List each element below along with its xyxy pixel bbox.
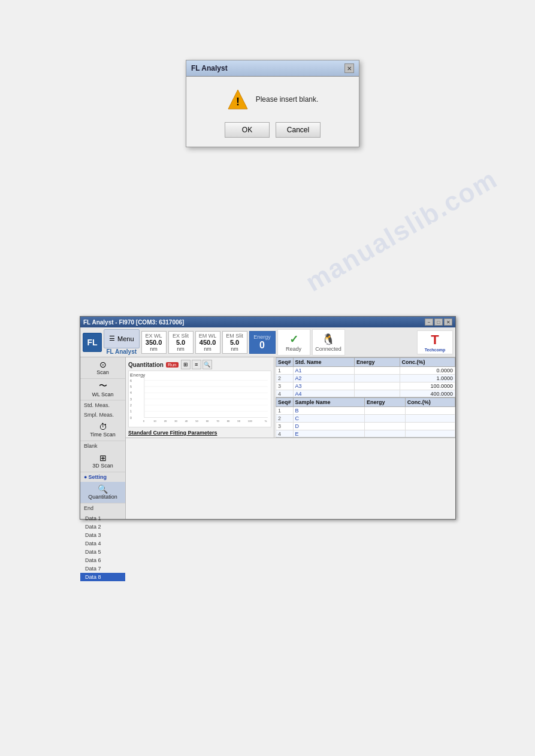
sidebar-item-blank[interactable]: Blank [80,441,125,451]
ready-label: Ready [286,346,301,352]
sidebar-item-quantitation[interactable]: 🔍 Quantitation [80,482,125,503]
panel-tool-zoom[interactable]: 🔍 [202,360,212,369]
name-cell: A2 [293,375,355,382]
seq-cell: 1 [276,367,294,375]
std-params: Standard Curve Fitting Parameters A1: A0… [128,430,271,438]
minimize-button[interactable]: − [425,318,433,326]
smp-col-seq: Seq# [276,398,294,407]
name-cell: A1 [293,367,355,375]
svg-text:1: 1 [130,409,132,413]
em-wl-group: EM WL 450.0 nm [195,331,220,354]
svg-text:3: 3 [130,397,132,401]
conc-cell: 100.0000 [400,382,455,390]
table-row[interactable]: 2 C [276,415,455,423]
panel-tool-table[interactable]: ≡ [192,360,201,369]
app-window: FL Analyst - FI970 [COM3: 6317006] − □ ✕… [80,316,456,520]
3d-scan-icon: ⊞ [99,453,107,463]
data-item-2[interactable]: Data 2 [80,523,125,531]
data-item-7[interactable]: Data 7 [80,564,125,573]
energy-cell [355,375,400,382]
conc-cell: 0.0000 [400,367,455,375]
logo-button[interactable]: FL [83,333,102,352]
dialog-ok-button[interactable]: OK [225,122,270,138]
right-panel: Seq# Std. Name Energy Conc.(%) 1 A1 0.00… [276,357,455,438]
blank-label: Blank [84,443,98,449]
energy-cell [355,390,400,398]
panel-tool-grid[interactable]: ⊞ [181,360,191,369]
table-row[interactable]: 2 A2 1.0000 [276,375,455,382]
em-wl-label: EM WL [199,333,217,339]
data-item-5[interactable]: Data 5 [80,548,125,556]
sidebar: ⊙ Scan 〜 WL Scan Std. Meas. Smpl. Meas. … [80,357,126,519]
ex-wl-unit: nm [150,346,158,352]
ex-wl-label: EX WL [146,333,162,339]
connected-button[interactable]: 🐧 Connected [312,329,345,356]
energy-cell [364,415,405,423]
seq-cell: 4 [276,430,294,438]
energy-value: 0 [259,340,265,351]
data-item-3[interactable]: Data 3 [80,531,125,539]
ex-slit-group: EX Slit 5.0 nm [168,331,194,354]
close-button[interactable]: ✕ [444,318,452,326]
menu-button[interactable]: ☰ Menu [104,329,140,348]
wl-scan-label: WL Scan [92,392,113,398]
menu-icon: ☰ [109,335,115,342]
chart-svg: 0 1 2 3 4 5 6 7 0 10 20 30 [129,371,271,427]
data-item-6[interactable]: Data 6 [80,556,125,564]
smp-col-energy: Energy [364,398,405,407]
conc-cell: 1.0000 [400,375,455,382]
dialog-cancel-button[interactable]: Cancel [276,122,321,138]
table-row[interactable]: 4 A4 400.0000 [276,390,455,398]
app-titlebar: FL Analyst - FI970 [COM3: 6317006] − □ ✕ [80,317,455,327]
seq-cell: 1 [276,407,294,415]
std-params-title: Standard Curve Fitting Parameters [128,430,271,436]
dialog-content-row: ! Please insert blank. [227,89,319,110]
energy-cell [364,423,405,430]
sidebar-item-setting[interactable]: ● Setting [80,472,125,482]
ready-button[interactable]: ✓ Ready [277,329,310,356]
energy-cell [364,407,405,415]
quantitation-icon: 🔍 [98,484,108,494]
chart-y-label: Energy [130,372,145,378]
ex-slit-value: 5.0 [176,339,185,346]
table-row[interactable]: 3 A3 100.0000 [276,382,455,390]
app-window-controls: − □ ✕ [425,318,452,326]
sidebar-item-time-scan[interactable]: ⏱ Time Scan [80,420,125,441]
table-row[interactable]: 1 B [276,407,455,415]
ex-wl-group: EX WL 350.0 nm [141,331,167,354]
conc-cell [405,407,455,415]
sidebar-item-3d-scan[interactable]: ⊞ 3D Scan [80,451,125,472]
table-row[interactable]: 3 D [276,423,455,430]
std-table-container: Seq# Std. Name Energy Conc.(%) 1 A1 0.00… [276,357,455,397]
data-item-1[interactable]: Data 1 [80,514,125,523]
dialog-titlebar: FL Analyst ✕ [186,60,359,77]
svg-text:70: 70 [216,420,219,423]
scan-label: Scan [96,370,109,376]
table-row[interactable]: 4 E [276,430,455,438]
data-item-8[interactable]: Data 8 [80,573,125,581]
conc-cell [405,415,455,423]
std-table: Seq# Std. Name Energy Conc.(%) 1 A1 0.00… [276,357,455,397]
sidebar-item-smpl-meas[interactable]: Smpl. Meas. [80,410,125,420]
name-cell: A4 [293,390,355,398]
sidebar-item-end[interactable]: End [80,503,125,513]
svg-text:5: 5 [130,385,132,388]
setting-label: Setting [88,474,107,480]
data-list: Data 1 Data 2 Data 3 Data 4 Data 5 Data … [80,513,125,582]
chart-area: Energy 0 1 2 3 4 5 6 [128,371,271,427]
scan-icon: ⊙ [99,360,107,369]
table-row[interactable]: 1 A1 0.0000 [276,367,455,375]
sidebar-item-std-meas[interactable]: Std. Meas. [80,400,125,410]
dialog-box: FL Analyst ✕ ! Please insert blank. OK C… [186,60,359,147]
conc-cell [405,423,455,430]
fl-analyst-label: FL Analyst [106,348,137,356]
panel-toolbar: ⊞ ≡ 🔍 [181,360,212,369]
data-item-4[interactable]: Data 4 [80,539,125,548]
dialog-close-button[interactable]: ✕ [344,63,354,73]
sample-table: Seq# Sample Name Energy Conc.(%) 1 B 2 C [276,397,455,438]
sidebar-item-wl-scan[interactable]: 〜 WL Scan [80,379,125,400]
sidebar-item-scan[interactable]: ⊙ Scan [80,357,125,379]
svg-text:%: % [265,420,267,423]
param-a1-line: A1: [128,437,271,438]
maximize-button[interactable]: □ [434,318,443,326]
